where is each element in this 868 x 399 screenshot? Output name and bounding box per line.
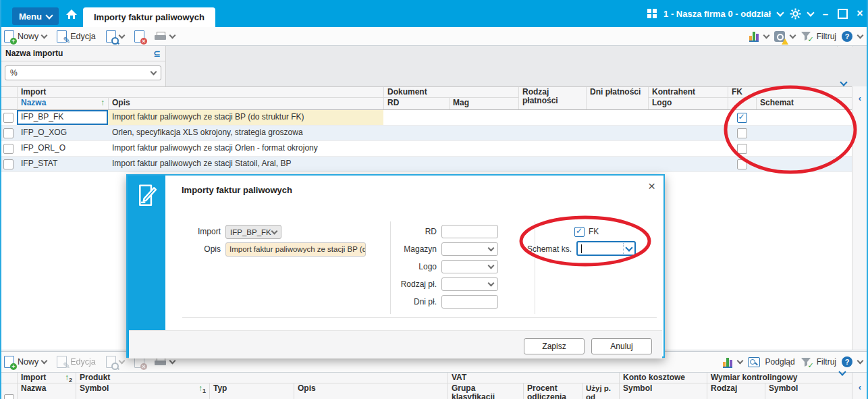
edit-button[interactable]: ✎ Edycja xyxy=(57,356,96,368)
expand-panel-button[interactable] xyxy=(836,369,849,376)
column-group-kontrahent[interactable]: Kontrahent xyxy=(648,87,728,98)
column-header-rodzaj-platnosci[interactable]: Rodzaj płatności xyxy=(518,87,586,109)
magazyn-combobox[interactable] xyxy=(441,242,498,256)
cell-opis[interactable]: Import faktur paliwowych ze stacji Stato… xyxy=(108,157,383,171)
new-button[interactable]: + Nowy xyxy=(4,356,47,368)
row-checkbox[interactable] xyxy=(3,128,13,138)
chevron-down-icon[interactable] xyxy=(776,9,784,16)
column-header-procent-odliczenia[interactable]: Procent odliczenia xyxy=(523,383,582,399)
column-group-dokument[interactable]: Dokument xyxy=(383,87,518,98)
chevron-down-icon[interactable] xyxy=(736,358,743,365)
tab-importy-faktur[interactable]: Importy faktur paliwowych xyxy=(83,7,215,27)
column-header-nazwa[interactable]: Nazwa xyxy=(17,383,76,399)
cell-nazwa[interactable]: IFP_ORL_O xyxy=(17,141,108,156)
column-group-konto-kosztowe[interactable]: Konto kosztowe xyxy=(619,373,707,383)
filter-label[interactable]: Filtruj xyxy=(817,357,836,367)
filter-icon[interactable]: ✓ xyxy=(801,31,811,41)
print-button[interactable] xyxy=(155,32,175,41)
chart-icon[interactable] xyxy=(723,356,732,368)
column-header-opis[interactable]: Opis xyxy=(108,98,383,109)
fk-checkbox[interactable] xyxy=(737,128,747,138)
new-button[interactable]: + Nowy xyxy=(4,30,47,43)
chevron-down-icon[interactable] xyxy=(789,32,796,38)
expand-filter-button[interactable] xyxy=(837,80,850,86)
help-icon[interactable]: ? xyxy=(842,31,852,42)
column-header-mag[interactable]: Mag xyxy=(449,98,518,109)
collapse-side-panel[interactable]: ‹ xyxy=(852,373,867,399)
schemat-ks-combobox[interactable] xyxy=(576,241,636,256)
chevron-down-icon[interactable] xyxy=(118,358,125,365)
chevron-down-icon[interactable] xyxy=(118,32,125,38)
column-header-rd[interactable]: RD xyxy=(383,98,449,109)
fk-checkbox[interactable] xyxy=(737,159,747,169)
chevron-down-icon[interactable] xyxy=(41,358,48,365)
import-combobox[interactable]: IFP_BP_FK xyxy=(225,225,281,239)
cell-nazwa[interactable]: IFP_STAT xyxy=(17,157,108,171)
row-checkbox[interactable] xyxy=(3,144,13,154)
help-icon[interactable]: ? xyxy=(842,356,852,367)
subset-operator-icon[interactable]: ⊆ xyxy=(153,49,161,59)
column-group-produkt[interactable]: Produkt xyxy=(76,373,447,383)
save-button[interactable]: Zapisz xyxy=(524,338,585,354)
preview-window-icon[interactable] xyxy=(748,357,760,367)
print-button[interactable] xyxy=(155,357,175,367)
row-checkbox[interactable] xyxy=(4,394,14,399)
column-group-wymiar-kontrolingowy[interactable]: Wymiar kontrolingowy xyxy=(707,373,852,383)
column-header-schemat[interactable]: Schemat xyxy=(756,98,852,109)
chevron-down-icon[interactable] xyxy=(169,358,175,365)
cancel-button[interactable]: Anuluj xyxy=(591,338,652,354)
column-header-symbol[interactable]: Symbol ↑1 xyxy=(76,383,209,399)
column-header-nazwa[interactable]: Nazwa ↑ xyxy=(17,98,108,109)
chart-icon[interactable] xyxy=(749,30,759,42)
column-group-fk[interactable]: FK xyxy=(728,87,852,98)
opis-field[interactable]: Import faktur paliwowych ze stacji BP (d… xyxy=(225,242,366,257)
rd-field[interactable] xyxy=(441,225,498,238)
dialog-close-button[interactable]: × xyxy=(648,180,655,192)
column-header-dni-platnosci[interactable]: Dni płatności xyxy=(586,87,648,109)
filter-icon[interactable]: ✓ xyxy=(801,357,811,367)
column-group-vat[interactable]: VAT xyxy=(447,373,619,383)
preview-button[interactable] xyxy=(106,30,124,43)
delete-button[interactable]: × xyxy=(134,30,144,43)
rodzaj-platnosci-combobox[interactable] xyxy=(441,277,498,291)
home-button[interactable] xyxy=(64,7,79,22)
maximize-button[interactable] xyxy=(838,9,848,19)
menu-button[interactable]: Menu xyxy=(12,7,59,25)
fk-checkbox[interactable] xyxy=(574,227,585,237)
fk-checkbox[interactable] xyxy=(737,113,747,123)
table-row[interactable]: IFP_ORL_O Import faktur paliwowych ze st… xyxy=(0,141,852,157)
row-checkbox[interactable] xyxy=(3,159,13,169)
minimize-button[interactable]: – xyxy=(820,8,831,20)
chevron-down-icon[interactable] xyxy=(857,358,864,365)
cell-opis[interactable]: Import faktur paliwowych ze stacji BP (d… xyxy=(108,110,383,125)
chevron-down-icon[interactable] xyxy=(857,32,864,38)
column-header-uzyj-p-od-pojazdu[interactable]: Użyj p. od pojazdu xyxy=(582,383,619,399)
gear-icon[interactable] xyxy=(790,8,801,20)
column-header-symbol-konto[interactable]: Symbol xyxy=(619,383,707,399)
table-row[interactable]: IFP_BP_FK Import faktur paliwowych ze st… xyxy=(0,110,852,126)
cell-nazwa[interactable]: IFP_BP_FK xyxy=(17,110,108,125)
table-row[interactable]: IFP_STAT Import faktur paliwowych ze sta… xyxy=(0,157,852,172)
cell-opis[interactable]: Orlen, specyfikacja XLS okrojony, strate… xyxy=(108,126,383,140)
column-header-logo[interactable]: Logo xyxy=(648,98,728,109)
column-header-grupa-klasyfikacji[interactable]: Grupa klasyfikacji xyxy=(447,383,523,399)
column-header-fk-check[interactable] xyxy=(728,98,756,109)
chevron-down-icon[interactable] xyxy=(763,32,769,38)
filter-value-combobox[interactable]: % xyxy=(5,65,161,80)
dni-platnosci-field[interactable] xyxy=(441,295,498,309)
preview-label[interactable]: Podgląd xyxy=(765,357,795,367)
column-group-import[interactable]: Import xyxy=(17,87,383,98)
collapse-side-panel[interactable]: ‹ xyxy=(852,86,867,350)
filter-label[interactable]: Filtruj xyxy=(817,32,836,41)
row-checkbox[interactable] xyxy=(3,113,13,123)
column-header-rodzaj[interactable]: Rodzaj xyxy=(707,383,765,399)
column-header-typ[interactable]: Typ xyxy=(209,383,294,399)
chevron-down-icon[interactable] xyxy=(41,32,48,38)
logo-combobox[interactable] xyxy=(441,260,498,273)
grid-settings-warning-icon[interactable] xyxy=(774,31,785,42)
fk-checkbox[interactable] xyxy=(737,144,747,154)
close-button[interactable]: × xyxy=(855,7,865,20)
edit-button[interactable]: ✎ Edycja xyxy=(57,30,96,43)
column-header-opis[interactable]: Opis xyxy=(294,383,447,399)
chevron-down-icon[interactable] xyxy=(169,32,175,38)
